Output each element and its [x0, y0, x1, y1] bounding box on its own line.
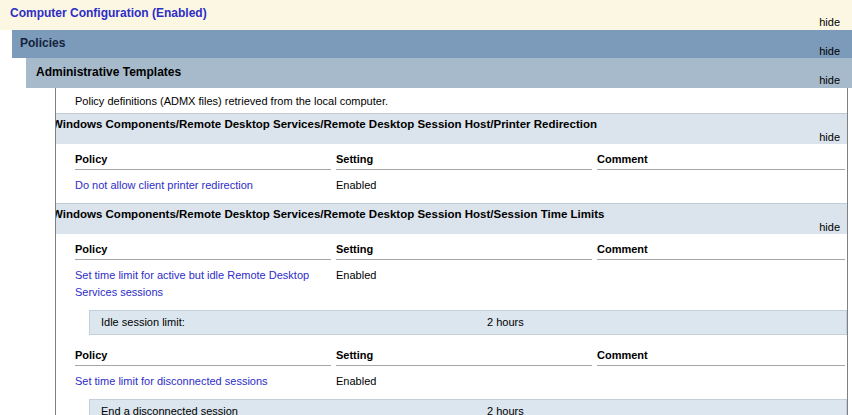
detail-row-idle-session-limit: Idle session limit: 2 hours [89, 310, 847, 335]
table-header-row: Policy Setting Comment [75, 346, 845, 366]
setting-value: Enabled [336, 267, 592, 301]
policy-table-idle-session: Policy Setting Comment Set time limit fo… [75, 240, 845, 301]
detail-row-end-disconnected-session: End a disconnected session 2 hours [89, 399, 847, 415]
column-header-policy: Policy [75, 346, 331, 366]
policy-link-idle-session-limit[interactable]: Set time limit for active but idle Remot… [75, 269, 309, 298]
subsection-printer-redirection: Windows Components/Remote Desktop Servic… [55, 113, 848, 144]
column-header-comment: Comment [597, 150, 845, 170]
printer-redirection-path-title: Windows Components/Remote Desktop Servic… [55, 118, 597, 130]
comment-value [597, 267, 845, 301]
column-header-comment: Comment [597, 346, 845, 366]
section-administrative-templates: Administrative Templates hide [26, 58, 852, 88]
detail-name: Idle session limit: [101, 316, 487, 328]
comment-value [597, 177, 845, 194]
session-time-limits-path-title: Windows Components/Remote Desktop Servic… [55, 208, 604, 220]
subsection-session-time-limits: Windows Components/Remote Desktop Servic… [55, 203, 848, 234]
administrative-templates-title: Administrative Templates [36, 65, 181, 79]
table-row: Set time limit for active but idle Remot… [75, 260, 845, 301]
detail-value: 2 hours [487, 316, 846, 328]
section-computer-configuration: Computer Configuration (Enabled) hide [0, 0, 852, 30]
policies-title: Policies [20, 36, 65, 50]
table-header-row: Policy Setting Comment [75, 240, 845, 260]
table-header-row: Policy Setting Comment [75, 150, 845, 170]
table-row: Set time limit for disconnected sessions… [75, 366, 845, 390]
hide-link-computer-configuration[interactable]: hide [819, 16, 840, 28]
column-header-policy: Policy [75, 240, 331, 260]
policy-link-printer-redirection[interactable]: Do not allow client printer redirection [75, 179, 253, 191]
table-row: Do not allow client printer redirection … [75, 170, 845, 194]
policy-link-disconnected-sessions[interactable]: Set time limit for disconnected sessions [75, 375, 268, 387]
admx-definitions-note: Policy definitions (ADMX files) retrieve… [56, 88, 847, 108]
comment-value [597, 373, 845, 390]
detail-name: End a disconnected session [101, 405, 487, 415]
policy-table-printer-redirection: Policy Setting Comment Do not allow clie… [75, 150, 845, 194]
hide-link-session-time-limits[interactable]: hide [819, 221, 840, 233]
hide-link-administrative-templates[interactable]: hide [819, 74, 840, 86]
detail-value: 2 hours [487, 405, 846, 415]
setting-value: Enabled [336, 373, 592, 390]
column-header-comment: Comment [597, 240, 845, 260]
policy-table-disconnected-session: Policy Setting Comment Set time limit fo… [75, 346, 845, 390]
computer-configuration-title: Computer Configuration (Enabled) [10, 6, 207, 20]
column-header-policy: Policy [75, 150, 331, 170]
section-policies: Policies hide [12, 30, 852, 58]
column-header-setting: Setting [336, 150, 592, 170]
hide-link-policies[interactable]: hide [819, 45, 840, 57]
column-header-setting: Setting [336, 240, 592, 260]
hide-link-printer-redirection[interactable]: hide [819, 131, 840, 143]
column-header-setting: Setting [336, 346, 592, 366]
setting-value: Enabled [336, 177, 592, 194]
administrative-templates-content: Policy definitions (ADMX files) retrieve… [55, 88, 848, 415]
